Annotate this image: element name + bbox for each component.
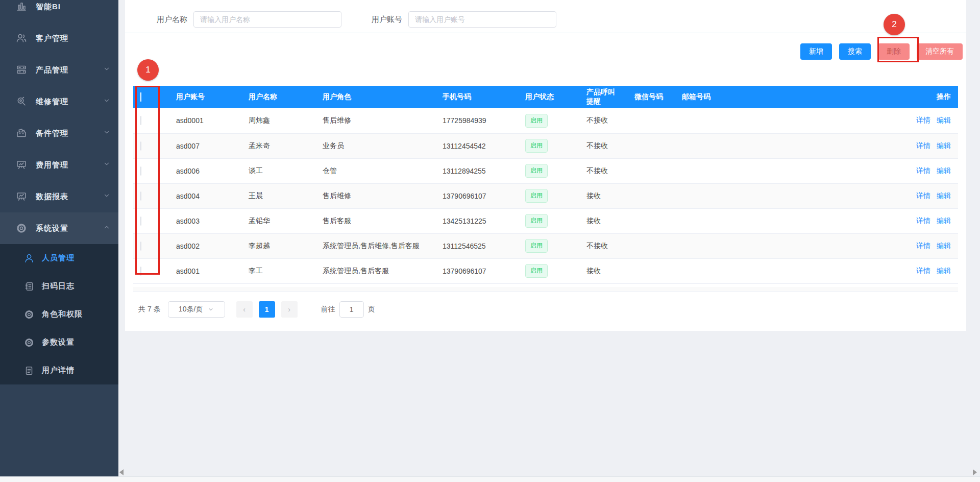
clear-all-button[interactable]: 清空所有 bbox=[917, 43, 963, 60]
table-row: asd001 李工 系统管理员,售后客服 13790696107 启用 接收 详… bbox=[133, 258, 958, 283]
sidebar: 智能BI 客户管理 产品管理 维修管理 备件管理 bbox=[0, 0, 118, 476]
page-size-select[interactable]: 10条/页 bbox=[168, 301, 225, 318]
table-row: asd003 孟铅华 售后客服 13425131225 启用 接收 详情编辑 bbox=[133, 208, 958, 233]
row-select-cell bbox=[133, 208, 169, 233]
add-button[interactable]: 新增 bbox=[800, 43, 832, 60]
user-account-input[interactable] bbox=[408, 11, 556, 28]
cell-actions: 详情编辑 bbox=[897, 258, 958, 283]
prev-page-button[interactable]: ‹ bbox=[236, 301, 253, 318]
row-checkbox[interactable] bbox=[140, 166, 141, 176]
sidebar-item-spare-parts[interactable]: 备件管理 bbox=[0, 117, 118, 149]
cell-name: 谈工 bbox=[241, 158, 315, 183]
row-checkbox[interactable] bbox=[140, 267, 141, 276]
chevron-down-icon bbox=[103, 129, 110, 138]
edit-link[interactable]: 编辑 bbox=[937, 141, 951, 150]
cell-wechat bbox=[627, 133, 675, 158]
chevron-down-icon bbox=[208, 306, 214, 312]
users-table-wrap: 用户账号 用户名称 用户角色 手机号码 用户状态 产品呼叫提醒 微信号码 邮箱号… bbox=[133, 86, 958, 292]
cell-email bbox=[675, 158, 897, 183]
row-checkbox[interactable] bbox=[140, 216, 141, 226]
table-row: asd006 谈工 仓管 13112894255 启用 不接收 详情编辑 bbox=[133, 158, 958, 183]
cell-actions: 详情编辑 bbox=[897, 108, 958, 133]
detail-link[interactable]: 详情 bbox=[916, 141, 930, 150]
sidebar-item-label: 费用管理 bbox=[36, 160, 103, 170]
edit-link[interactable]: 编辑 bbox=[937, 242, 951, 250]
row-checkbox[interactable] bbox=[140, 191, 141, 201]
cell-email bbox=[675, 183, 897, 208]
detail-link[interactable]: 详情 bbox=[916, 116, 930, 124]
cell-account: asd002 bbox=[169, 233, 241, 258]
sidebar-item-scan-log[interactable]: 扫码日志 bbox=[0, 272, 118, 300]
scroll-left-arrow-icon[interactable] bbox=[119, 469, 124, 475]
cell-product-call: 不接收 bbox=[579, 158, 627, 183]
cell-product-call: 不接收 bbox=[579, 133, 627, 158]
sidebar-menu: 智能BI 客户管理 产品管理 维修管理 备件管理 bbox=[0, 0, 118, 384]
cell-actions: 详情编辑 bbox=[897, 133, 958, 158]
sidebar-item-reports[interactable]: 数据报表 bbox=[0, 181, 118, 212]
hscrollbar-track[interactable] bbox=[0, 477, 980, 482]
cell-actions: 详情编辑 bbox=[897, 233, 958, 258]
repair-icon bbox=[15, 95, 28, 108]
status-badge: 启用 bbox=[525, 139, 548, 153]
cell-phone: 17725984939 bbox=[435, 108, 518, 133]
row-checkbox[interactable] bbox=[140, 141, 141, 151]
search-button[interactable]: 搜索 bbox=[839, 43, 871, 60]
edit-link[interactable]: 编辑 bbox=[937, 166, 951, 175]
cell-phone: 13112454542 bbox=[435, 133, 518, 158]
detail-link[interactable]: 详情 bbox=[916, 242, 930, 250]
detail-link[interactable]: 详情 bbox=[916, 166, 930, 175]
cell-status: 启用 bbox=[518, 158, 579, 183]
detail-link[interactable]: 详情 bbox=[916, 267, 930, 275]
user-name-input[interactable] bbox=[193, 11, 341, 28]
row-checkbox[interactable] bbox=[140, 242, 141, 251]
cell-name: 王晨 bbox=[241, 183, 315, 208]
edit-link[interactable]: 编辑 bbox=[937, 116, 951, 124]
spare-parts-icon bbox=[15, 127, 28, 139]
scroll-right-arrow-icon[interactable] bbox=[973, 469, 977, 475]
sidebar-item-repair[interactable]: 维修管理 bbox=[0, 86, 118, 117]
detail-link[interactable]: 详情 bbox=[916, 216, 930, 225]
row-select-cell bbox=[133, 183, 169, 208]
next-page-button[interactable]: › bbox=[281, 301, 298, 318]
expense-icon bbox=[15, 159, 28, 171]
row-checkbox[interactable] bbox=[140, 116, 141, 125]
cell-email bbox=[675, 133, 897, 158]
edit-link[interactable]: 编辑 bbox=[937, 267, 951, 275]
sidebar-item-expense[interactable]: 费用管理 bbox=[0, 149, 118, 181]
cell-wechat bbox=[627, 108, 675, 133]
system-settings-submenu: 人员管理 扫码日志 角色和权限 参数设置 bbox=[0, 244, 118, 384]
cell-actions: 详情编辑 bbox=[897, 208, 958, 233]
sidebar-item-system-settings[interactable]: 系统设置 bbox=[0, 212, 118, 244]
detail-link[interactable]: 详情 bbox=[916, 191, 930, 200]
sidebar-item-customers[interactable]: 客户管理 bbox=[0, 22, 118, 54]
sidebar-item-parameters[interactable]: 参数设置 bbox=[0, 328, 118, 356]
delete-button[interactable]: 删除 bbox=[878, 43, 910, 60]
page-size-value: 10条/页 bbox=[179, 305, 203, 314]
sidebar-item-products[interactable]: 产品管理 bbox=[0, 54, 118, 86]
sidebar-item-label: 备件管理 bbox=[36, 129, 103, 138]
chevron-down-icon bbox=[103, 97, 110, 106]
current-page-button[interactable]: 1 bbox=[259, 301, 275, 318]
row-select-cell bbox=[133, 233, 169, 258]
row-select-cell bbox=[133, 108, 169, 133]
edit-link[interactable]: 编辑 bbox=[937, 216, 951, 225]
status-badge: 启用 bbox=[525, 114, 548, 128]
sidebar-item-label: 扫码日志 bbox=[42, 281, 75, 291]
goto-page-input[interactable] bbox=[339, 301, 364, 318]
sidebar-item-label: 角色和权限 bbox=[42, 309, 83, 319]
users-table: 用户账号 用户名称 用户角色 手机号码 用户状态 产品呼叫提醒 微信号码 邮箱号… bbox=[133, 86, 958, 284]
select-all-checkbox[interactable] bbox=[140, 92, 141, 102]
edit-link[interactable]: 编辑 bbox=[937, 191, 951, 200]
cell-role: 售后客服 bbox=[315, 208, 435, 233]
sidebar-item-personnel[interactable]: 人员管理 bbox=[0, 244, 118, 272]
sidebar-item-user-details[interactable]: 用户详情 bbox=[0, 356, 118, 384]
sidebar-item-smart-bi[interactable]: 智能BI bbox=[0, 0, 118, 22]
cell-wechat bbox=[627, 258, 675, 283]
user-name-label: 用户名称 bbox=[157, 15, 187, 25]
cell-account: asd003 bbox=[169, 208, 241, 233]
gear-icon bbox=[23, 309, 35, 320]
header-status: 用户状态 bbox=[518, 86, 579, 108]
header-account: 用户账号 bbox=[169, 86, 241, 108]
sidebar-item-roles-permissions[interactable]: 角色和权限 bbox=[0, 300, 118, 328]
header-wechat: 微信号码 bbox=[627, 86, 675, 108]
